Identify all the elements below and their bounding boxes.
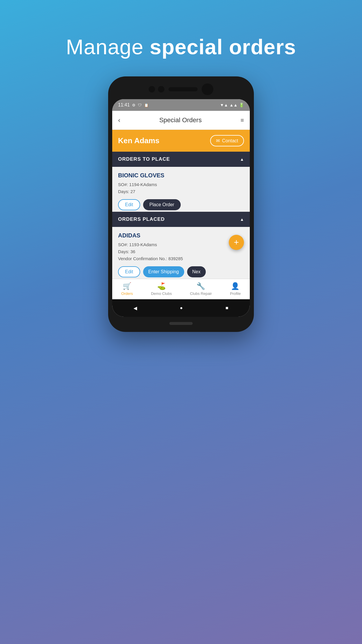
so-number-bionic: SO#: 1194-KAdams [118, 181, 244, 188]
profile-icon: 👤 [231, 282, 240, 290]
headline-prefix: Manage [66, 35, 150, 59]
contact-label: Contact [222, 138, 238, 144]
adidas-card: ADIDAS SO#: 1193-KAdams Days: 36 Vendor … [112, 227, 250, 279]
profile-nav-label: Profile [230, 291, 241, 296]
place-order-button[interactable]: Place Order [143, 199, 181, 210]
chevron-up-icon-2: ▲ [240, 217, 244, 222]
home-pill [169, 322, 193, 325]
clipboard-icon: 📋 [144, 103, 149, 107]
orders-icon: 🛒 [123, 282, 131, 290]
orders-placed-title: ORDERS PLACED [118, 216, 165, 222]
bionic-gloves-card: BIONIC GLOVES SO#: 1194-KAdams Days: 27 … [112, 167, 250, 212]
envelope-icon: ✉ [216, 138, 220, 144]
orders-to-place-title: ORDERS TO PLACE [118, 156, 170, 162]
android-back-button[interactable]: ◀ [133, 305, 137, 311]
wifi-icon: ▼▲ [220, 103, 228, 107]
product-name-adidas: ADIDAS [118, 232, 244, 239]
fab-add-button[interactable]: + [229, 235, 244, 250]
nav-clubs-repair[interactable]: 🔧 Clubs Repair [190, 282, 212, 296]
android-home-button[interactable]: ● [180, 305, 183, 311]
clubs-repair-nav-label: Clubs Repair [190, 291, 212, 296]
back-button[interactable]: ‹ [118, 116, 120, 124]
orders-to-place-header[interactable]: ORDERS TO PLACE ▲ [112, 152, 250, 167]
vendor-confirmation: Vendor Confirmation No.: 839285 [118, 255, 244, 262]
product-name-bionic: BIONIC GLOVES [118, 172, 244, 179]
edit-button-adidas[interactable]: Edit [118, 266, 140, 277]
enter-shipping-button[interactable]: Enter Shipping [143, 266, 184, 277]
speaker-bar [168, 87, 198, 91]
status-time: 11:41 [118, 102, 130, 108]
dot-left [149, 86, 155, 92]
headline-emphasis: special orders [150, 35, 296, 59]
bionic-actions: Edit Place Order [118, 199, 244, 210]
dot-right [158, 86, 164, 92]
app-title: Special Orders [159, 116, 202, 124]
phone-shell: 11:41 ⚙ 🛡 📋 ▼▲ ▲▲ 🔋 ‹ Special Orders ≡ K… [108, 76, 254, 332]
camera-dots [149, 86, 164, 92]
orders-to-place-section: ORDERS TO PLACE ▲ BIONIC GLOVES SO#: 119… [112, 152, 250, 212]
next-button[interactable]: Nex [187, 266, 206, 277]
customer-banner: Ken Adams ✉ Contact [112, 130, 250, 152]
gear-icon: ⚙ [132, 103, 136, 107]
status-bar: 11:41 ⚙ 🛡 📋 ▼▲ ▲▲ 🔋 [112, 99, 250, 111]
android-recent-button[interactable]: ■ [226, 305, 229, 311]
orders-placed-section: ORDERS PLACED ▲ ADIDAS SO#: 1193-KAdams … [112, 212, 250, 279]
orders-nav-label: Orders [121, 291, 133, 296]
days-adidas: Days: 36 [118, 248, 244, 255]
phone-top-bar [112, 80, 250, 99]
customer-name: Ken Adams [118, 136, 159, 145]
adidas-actions: Edit Enter Shipping Nex [118, 266, 244, 277]
camera-big [202, 83, 213, 95]
edit-button-bionic[interactable]: Edit [118, 199, 140, 210]
contact-button[interactable]: ✉ Contact [210, 135, 244, 146]
nav-orders[interactable]: 🛒 Orders [121, 282, 133, 296]
phone-screen: 11:41 ⚙ 🛡 📋 ▼▲ ▲▲ 🔋 ‹ Special Orders ≡ K… [112, 99, 250, 317]
so-number-adidas: SO#: 1193-KAdams [118, 241, 244, 248]
battery-icon: 🔋 [239, 103, 244, 107]
demo-clubs-nav-label: Demo Clubs [151, 291, 172, 296]
phone-bottom [112, 317, 250, 328]
clubs-repair-icon: 🔧 [196, 282, 205, 290]
days-bionic: Days: 27 [118, 188, 244, 195]
nav-profile[interactable]: 👤 Profile [230, 282, 241, 296]
android-nav-bar: ◀ ● ■ [112, 299, 250, 317]
nav-demo-clubs[interactable]: ⛳ Demo Clubs [151, 282, 172, 296]
bottom-nav: 🛒 Orders ⛳ Demo Clubs 🔧 Clubs Repair 👤 P… [112, 279, 250, 299]
menu-button[interactable]: ≡ [240, 117, 244, 124]
page-headline: Manage special orders [66, 35, 296, 59]
app-header: ‹ Special Orders ≡ [112, 111, 250, 130]
chevron-up-icon: ▲ [240, 157, 244, 162]
orders-placed-header[interactable]: ORDERS PLACED ▲ [112, 212, 250, 227]
shield-icon: 🛡 [138, 103, 142, 107]
signal-icon: ▲▲ [229, 103, 238, 107]
demo-clubs-icon: ⛳ [157, 282, 166, 290]
status-right-icons: ▼▲ ▲▲ 🔋 [220, 103, 244, 107]
plus-icon: + [234, 237, 239, 247]
